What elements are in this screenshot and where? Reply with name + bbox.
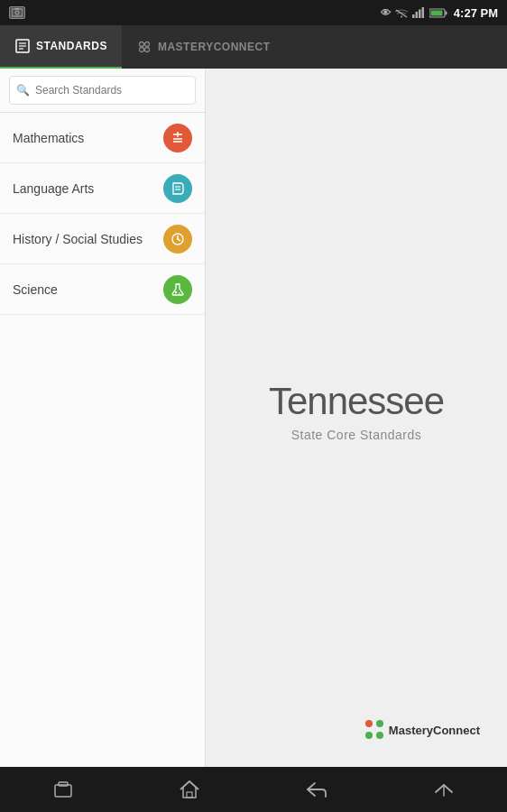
svg-point-16 [139, 42, 143, 47]
science-label: Science [13, 282, 58, 297]
screenshot-icon [9, 6, 25, 19]
science-icon [163, 275, 192, 304]
svg-rect-10 [445, 11, 447, 14]
svg-point-31 [175, 291, 177, 292]
svg-rect-5 [412, 14, 415, 18]
mc-dot-2 [376, 720, 383, 727]
tab-standards[interactable]: STANDARDS [0, 25, 122, 69]
state-info: Tennessee State Core Standards [269, 105, 444, 720]
history-label: History / Social Studies [13, 232, 143, 246]
mc-dots [365, 720, 385, 740]
recents-button[interactable] [35, 772, 91, 807]
svg-rect-35 [187, 792, 192, 798]
sidebar-item-history[interactable]: History / Social Studies [0, 214, 205, 264]
svg-point-4 [401, 15, 402, 17]
mathematics-label: Mathematics [13, 131, 84, 145]
signal-icon [412, 7, 425, 18]
svg-point-19 [144, 48, 149, 52]
wifi-icon [395, 9, 408, 18]
mc-dot-3 [365, 732, 373, 739]
standards-tab-label: STANDARDS [36, 40, 107, 52]
up-button[interactable] [416, 772, 472, 807]
masteryconnect-icon [136, 39, 152, 55]
status-right: 👁 4:27 PM [381, 6, 498, 20]
sidebar-item-science[interactable]: Science [0, 264, 205, 315]
svg-rect-0 [12, 9, 23, 16]
mc-dot-4 [376, 732, 383, 739]
svg-rect-33 [55, 785, 71, 797]
status-left [9, 6, 25, 19]
main-content: 🔍 Mathematics Language Arts [0, 69, 507, 767]
back-button[interactable] [288, 772, 346, 807]
svg-rect-8 [421, 7, 424, 18]
language-arts-label: Language Arts [13, 181, 94, 196]
state-subtitle: State Core Standards [291, 428, 422, 442]
content-area: Tennessee State Core Standards MasteryCo… [206, 69, 507, 767]
mc-text-connect: Connect [433, 724, 480, 737]
language-arts-icon [163, 174, 192, 203]
svg-rect-34 [59, 782, 68, 786]
search-wrapper: 🔍 [9, 76, 196, 105]
svg-point-1 [15, 11, 19, 14]
tab-masteryconnect[interactable]: MASTERYCONNECT [122, 25, 285, 69]
mastery-connect-logo: MasteryConnect [365, 720, 480, 740]
mathematics-icon [163, 124, 192, 152]
sidebar-item-mathematics[interactable]: Mathematics [0, 113, 205, 163]
mc-logo-text: MasteryConnect [389, 724, 480, 737]
mc-dot-1 [365, 720, 373, 727]
svg-rect-7 [419, 10, 421, 19]
svg-rect-6 [415, 12, 418, 18]
bottom-nav [0, 767, 507, 812]
eye-icon: 👁 [381, 7, 391, 18]
battery-icon [429, 8, 447, 18]
status-bar: 👁 4:27 PM [0, 0, 507, 25]
search-input[interactable] [9, 76, 196, 105]
clock-time: 4:27 PM [454, 6, 498, 20]
svg-point-17 [144, 42, 149, 47]
svg-rect-2 [15, 8, 19, 10]
nav-bar: STANDARDS MASTERYCONNECT [0, 25, 507, 69]
standards-icon [14, 38, 31, 54]
svg-point-32 [179, 292, 180, 294]
svg-point-18 [139, 48, 143, 52]
svg-point-29 [177, 238, 179, 240]
masteryconnect-tab-label: MASTERYCONNECT [158, 41, 271, 53]
sidebar-item-language-arts[interactable]: Language Arts [0, 163, 205, 214]
home-button[interactable] [161, 770, 217, 808]
svg-rect-11 [430, 10, 442, 15]
mc-text-mastery: Mastery [389, 724, 433, 737]
sidebar: 🔍 Mathematics Language Arts [0, 69, 206, 767]
search-container: 🔍 [0, 69, 205, 113]
state-title: Tennessee [269, 383, 444, 420]
history-icon [163, 225, 192, 254]
